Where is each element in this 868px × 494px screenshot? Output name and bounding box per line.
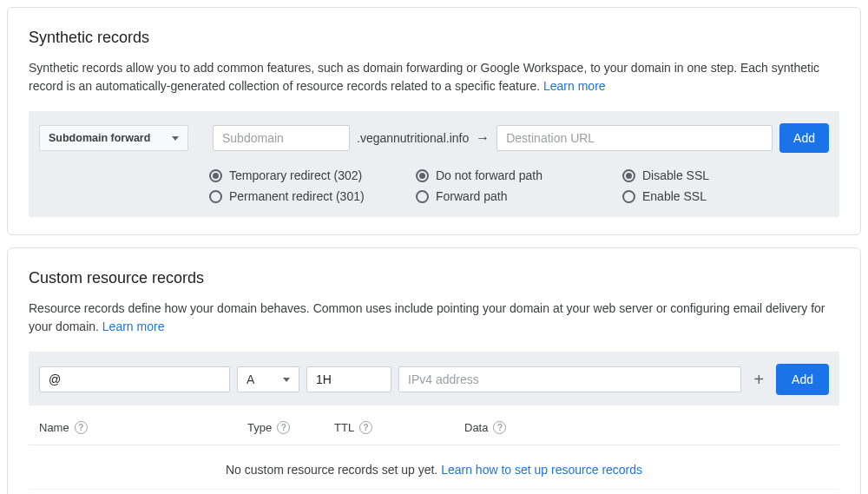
custom-form-row: A + Add (39, 364, 829, 395)
forward-path-label: Forward path (436, 186, 507, 207)
synthetic-title: Synthetic records (29, 29, 839, 47)
help-icon[interactable]: ? (359, 421, 372, 434)
synthetic-desc-text: Synthetic records allow you to add commo… (29, 61, 819, 93)
empty-records-message: No custom resource records set up yet. L… (29, 445, 839, 490)
temp-redirect-label: Temporary redirect (302) (229, 165, 362, 186)
type-header-label: Type (247, 421, 272, 434)
add-record-plus-icon[interactable]: + (748, 370, 769, 390)
custom-title: Custom resource records (29, 269, 839, 287)
temp-redirect-radio[interactable]: Temporary redirect (302) (209, 165, 416, 186)
synthetic-form-row: Subdomain forward .vegannutritional.info… (39, 123, 829, 153)
forward-type-label: Subdomain forward (49, 132, 150, 144)
path-forwarding-group: Do not forward path Forward path (416, 165, 622, 207)
custom-add-button[interactable]: Add (776, 364, 829, 395)
synthetic-description: Synthetic records allow you to add commo… (29, 59, 839, 96)
perm-redirect-label: Permanent redirect (301) (229, 186, 365, 207)
help-icon[interactable]: ? (493, 421, 506, 434)
empty-prefix-text: No custom resource records set up yet. (226, 463, 441, 477)
subdomain-input[interactable] (213, 125, 350, 151)
no-forward-path-radio[interactable]: Do not forward path (416, 165, 622, 186)
disable-ssl-radio[interactable]: Disable SSL (622, 165, 829, 186)
ssl-group: Disable SSL Enable SSL (622, 165, 829, 207)
ttl-header-label: TTL (334, 421, 354, 434)
type-column-header: Type ? (247, 421, 334, 434)
radio-unselected-icon (416, 190, 429, 203)
perm-redirect-radio[interactable]: Permanent redirect (301) (209, 186, 416, 207)
custom-learn-more-link[interactable]: Learn more (102, 319, 165, 333)
forward-path-radio[interactable]: Forward path (416, 186, 622, 207)
custom-description: Resource records define how your domain … (29, 300, 839, 336)
help-icon[interactable]: ? (75, 421, 88, 434)
synthetic-learn-more-link[interactable]: Learn more (543, 79, 606, 93)
record-data-input[interactable] (398, 366, 741, 392)
no-forward-path-label: Do not forward path (436, 165, 542, 186)
name-column-header: Name ? (39, 421, 247, 434)
records-table-header: Name ? Type ? TTL ? Data ? (29, 405, 839, 445)
caret-down-icon (283, 378, 290, 382)
record-type-label: A (247, 372, 254, 386)
name-header-label: Name (39, 421, 69, 434)
help-icon[interactable]: ? (277, 421, 290, 434)
caret-down-icon (172, 136, 179, 141)
redirect-type-group: Temporary redirect (302) Permanent redir… (209, 165, 416, 207)
destination-url-input[interactable] (496, 125, 773, 151)
setup-records-link[interactable]: Learn how to set up resource records (441, 463, 642, 477)
data-header-label: Data (464, 421, 488, 434)
radio-selected-icon (416, 169, 429, 182)
ttl-column-header: TTL ? (334, 421, 464, 434)
enable-ssl-label: Enable SSL (642, 186, 707, 207)
synthetic-add-button[interactable]: Add (779, 123, 829, 153)
domain-suffix-label: .vegannutritional.info (357, 131, 469, 145)
radio-unselected-icon (209, 190, 222, 203)
synthetic-records-card: Synthetic records Synthetic records allo… (7, 7, 861, 235)
arrow-right-icon: → (476, 130, 490, 146)
enable-ssl-radio[interactable]: Enable SSL (622, 186, 829, 207)
record-type-dropdown[interactable]: A (237, 366, 299, 392)
synthetic-form-panel: Subdomain forward .vegannutritional.info… (29, 111, 839, 217)
record-ttl-input[interactable] (306, 366, 391, 392)
radio-selected-icon (209, 169, 222, 182)
custom-records-card: Custom resource records Resource records… (7, 247, 861, 494)
custom-form-panel: A + Add (29, 352, 839, 405)
data-column-header: Data ? (464, 421, 506, 434)
redirect-options-row: Temporary redirect (302) Permanent redir… (209, 165, 829, 207)
record-name-input[interactable] (39, 366, 230, 392)
forward-type-dropdown[interactable]: Subdomain forward (39, 125, 188, 151)
disable-ssl-label: Disable SSL (642, 165, 709, 186)
radio-unselected-icon (622, 190, 635, 203)
radio-selected-icon (622, 169, 635, 182)
